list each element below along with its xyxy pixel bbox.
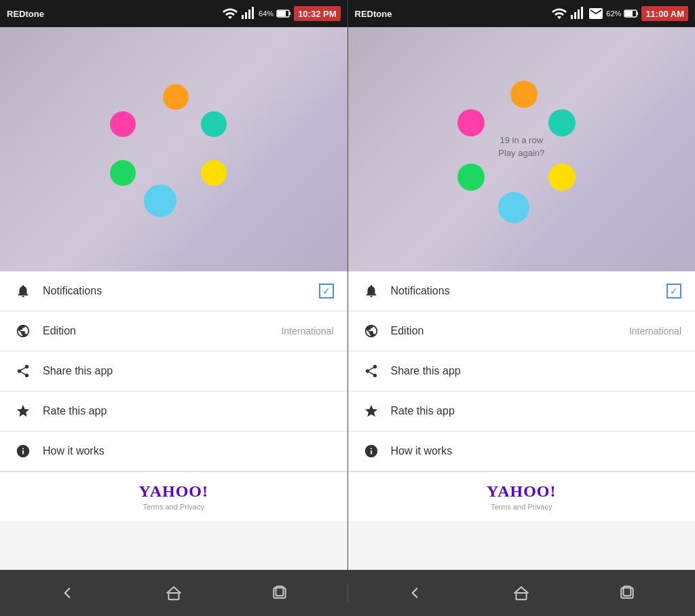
yahoo-logo-left: YAHOO! xyxy=(10,482,337,501)
signal-icon-left xyxy=(240,5,257,22)
svg-rect-2 xyxy=(248,9,250,19)
notifications-checkbox-right[interactable]: ✓ xyxy=(666,284,681,299)
share-label-right: Share this app xyxy=(391,365,682,377)
play-again-overlay[interactable]: 19 in a row Play again? xyxy=(498,133,544,159)
dot-pink-left xyxy=(110,111,136,137)
carrier-right: REDtone xyxy=(355,9,392,19)
status-bar-left: REDtone 64% 10:32 PM xyxy=(0,0,348,27)
svg-rect-6 xyxy=(571,15,573,19)
edition-label-left: Edition xyxy=(43,325,281,337)
dot-cyan-left xyxy=(144,185,176,217)
dot-yellow-left xyxy=(201,160,227,186)
game-area-right[interactable]: 19 in a row Play again? xyxy=(348,27,696,271)
yahoo-terms-left: Terms and Privacy xyxy=(10,503,337,511)
screens-container: REDtone 64% 10:32 PM xyxy=(0,0,695,570)
globe-icon-right xyxy=(362,322,381,341)
menu-area-right: Notifications ✓ Edition International xyxy=(348,271,696,570)
status-center-right: 62% 11:00 AM xyxy=(551,5,688,22)
rate-label-right: Rate this app xyxy=(391,405,682,417)
howit-label-left: How it works xyxy=(43,445,334,457)
dot-orange-left xyxy=(163,84,189,110)
game-area-left[interactable] xyxy=(0,27,348,271)
info-icon-right xyxy=(362,442,381,461)
status-center-left: 64% 10:32 PM xyxy=(222,5,340,22)
back-button-right[interactable] xyxy=(406,584,424,602)
screen-right: REDtone 62% xyxy=(348,0,696,570)
menu-notifications-left[interactable]: Notifications ✓ xyxy=(0,271,348,311)
star-icon-left xyxy=(14,402,33,421)
menu-edition-right[interactable]: Edition International xyxy=(348,311,696,351)
howit-label-right: How it works xyxy=(391,445,682,457)
notifications-label-right: Notifications xyxy=(391,285,667,297)
app-content-right: 19 in a row Play again? xyxy=(348,27,696,570)
svg-rect-0 xyxy=(242,15,244,19)
dot-teal-upper-left xyxy=(201,111,227,137)
notifications-label-left: Notifications xyxy=(43,285,319,297)
battery-right: 62% xyxy=(606,9,621,18)
share-icon-left xyxy=(14,362,33,381)
app-content-left: Notifications ✓ Edition International xyxy=(0,27,348,570)
edition-value-left: International xyxy=(281,326,333,336)
menu-rate-right[interactable]: Rate this app xyxy=(348,391,696,431)
svg-rect-9 xyxy=(581,7,583,19)
status-bar-right: REDtone 62% xyxy=(348,0,696,27)
screen-left: REDtone 64% 10:32 PM xyxy=(0,0,348,570)
alarm-icon-left xyxy=(14,282,33,301)
time-right: 11:00 AM xyxy=(645,9,684,19)
svg-rect-3 xyxy=(252,7,254,19)
play-again-line2: Play again? xyxy=(498,147,544,160)
wifi-icon-right xyxy=(551,5,567,22)
dot-teal-upper-right xyxy=(548,109,576,136)
svg-rect-12 xyxy=(168,593,179,600)
menu-share-right[interactable]: Share this app xyxy=(348,351,696,391)
menu-edition-left[interactable]: Edition International xyxy=(0,311,348,351)
menu-rate-left[interactable]: Rate this app xyxy=(0,391,348,431)
yahoo-footer-right: YAHOO! Terms and Privacy xyxy=(348,471,696,521)
bottom-nav xyxy=(0,570,695,616)
rate-label-left: Rate this app xyxy=(43,405,334,417)
svg-rect-5 xyxy=(278,11,286,16)
time-box-left: 10:32 PM xyxy=(294,6,340,21)
time-left: 10:32 PM xyxy=(298,9,336,19)
recent-button-left[interactable] xyxy=(271,584,289,602)
globe-icon-left xyxy=(14,322,33,341)
notifications-checkbox-left[interactable]: ✓ xyxy=(319,284,334,299)
dot-yellow-right xyxy=(548,163,576,191)
dots-circle-right: 19 in a row Play again? xyxy=(453,78,589,220)
menu-notifications-right[interactable]: Notifications ✓ xyxy=(348,271,696,311)
play-again-line1: 19 in a row xyxy=(498,133,544,147)
yahoo-logo-right: YAHOO! xyxy=(358,482,685,501)
svg-rect-7 xyxy=(574,12,576,19)
recent-button-right[interactable] xyxy=(619,584,637,602)
dot-cyan-right xyxy=(498,192,529,223)
battery-left: 64% xyxy=(259,9,274,18)
svg-rect-11 xyxy=(625,11,633,16)
menu-area-left: Notifications ✓ Edition International xyxy=(0,271,348,570)
dots-circle-left xyxy=(106,81,242,217)
carrier-left: REDtone xyxy=(7,9,44,19)
home-button-left[interactable] xyxy=(165,584,183,602)
svg-rect-1 xyxy=(245,12,247,19)
dot-orange-right xyxy=(510,81,538,108)
dot-green-left xyxy=(110,160,136,186)
battery-icon-left xyxy=(276,5,292,22)
share-icon-right xyxy=(362,362,381,381)
mail-icon-right xyxy=(588,5,604,22)
menu-share-left[interactable]: Share this app xyxy=(0,351,348,391)
menu-howit-right[interactable]: How it works xyxy=(348,431,696,471)
yahoo-terms-right: Terms and Privacy xyxy=(358,503,685,511)
back-button-left[interactable] xyxy=(58,584,76,602)
battery-icon-right xyxy=(623,5,639,22)
edition-label-right: Edition xyxy=(391,325,629,337)
time-box-right: 11:00 AM xyxy=(641,6,688,21)
dot-pink-right xyxy=(457,109,485,136)
home-button-right[interactable] xyxy=(512,584,530,602)
share-label-left: Share this app xyxy=(43,365,334,377)
svg-rect-15 xyxy=(516,593,527,600)
bottom-nav-right xyxy=(348,584,696,602)
menu-howit-left[interactable]: How it works xyxy=(0,431,348,471)
signal-icon-right xyxy=(569,5,586,22)
star-icon-right xyxy=(362,402,381,421)
edition-value-right: International xyxy=(629,326,681,336)
dot-green-right xyxy=(457,163,485,191)
